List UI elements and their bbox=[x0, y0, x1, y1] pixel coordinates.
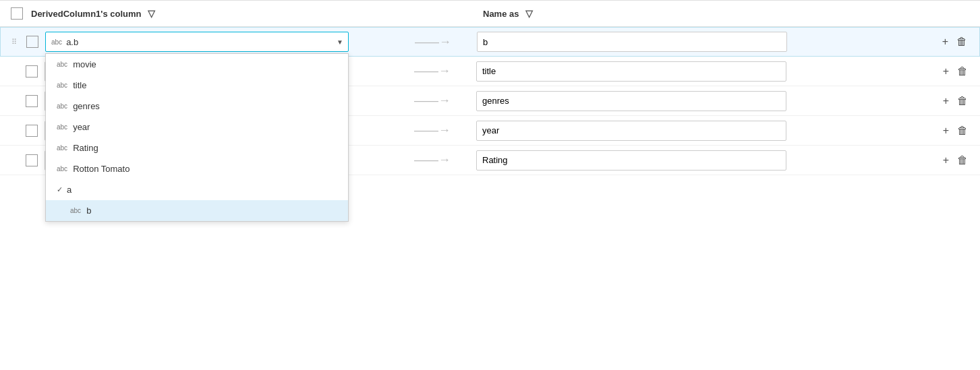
delete-button[interactable]: 🗑 bbox=[955, 34, 969, 49]
table-header: DerivedColumn1's column ▽ Name as ▽ bbox=[0, 0, 980, 27]
col2-filter-icon[interactable]: ▽ bbox=[525, 8, 533, 19]
dropdown-item-genres[interactable]: abc genres bbox=[46, 96, 348, 117]
arrow-cell: ——→ bbox=[388, 123, 476, 137]
chevron-icon: ✓ bbox=[57, 185, 63, 194]
actions-cell: + 🗑 bbox=[942, 64, 969, 79]
actions-cell: + 🗑 bbox=[941, 34, 969, 49]
header-checkbox[interactable] bbox=[11, 7, 23, 20]
col1-cell: abc a.b ▼ abc movie abc title bbox=[45, 32, 389, 52]
row-checkbox[interactable] bbox=[26, 65, 38, 78]
dropdown-group-a[interactable]: ✓ a bbox=[46, 179, 348, 200]
arrow-line: ——→ bbox=[414, 94, 451, 108]
dropdown-selected[interactable]: abc a.b ▼ bbox=[45, 32, 349, 52]
dropdown-item-b[interactable]: abc b bbox=[46, 200, 348, 221]
dropdown-wrapper: abc a.b ▼ abc movie abc title bbox=[45, 32, 349, 52]
name-as-input[interactable] bbox=[476, 150, 786, 171]
arrow-cell: ——→ bbox=[388, 64, 476, 78]
actions-cell: + 🗑 bbox=[942, 94, 969, 109]
delete-button[interactable]: 🗑 bbox=[956, 153, 969, 168]
col2-header: Name as ▽ bbox=[483, 8, 969, 19]
col1-filter-icon[interactable]: ▽ bbox=[148, 8, 155, 19]
actions-cell: + 🗑 bbox=[942, 123, 969, 138]
arrow-cell: ——→ bbox=[388, 94, 476, 108]
name-as-cell bbox=[476, 61, 933, 82]
row-checkbox[interactable] bbox=[26, 36, 38, 48]
abc-badge: abc bbox=[51, 38, 62, 46]
name-as-cell bbox=[476, 91, 933, 111]
actions-cell: + 🗑 bbox=[942, 153, 969, 168]
col1-header-label: DerivedColumn1's column bbox=[31, 9, 141, 19]
add-button[interactable]: + bbox=[942, 94, 950, 109]
name-as-input[interactable] bbox=[476, 121, 786, 141]
dropdown-item-movie[interactable]: abc movie bbox=[46, 54, 348, 75]
dropdown-item-title[interactable]: abc title bbox=[46, 75, 348, 96]
add-button[interactable]: + bbox=[942, 64, 950, 79]
name-as-cell bbox=[476, 150, 933, 171]
arrow-line: ——→ bbox=[414, 64, 451, 78]
dropdown-menu: abc movie abc title abc genres abc bbox=[45, 53, 349, 222]
rows-area: ⠿ abc a.b ▼ abc movie bbox=[0, 27, 980, 175]
drag-handle[interactable]: ⠿ bbox=[11, 38, 22, 47]
name-as-input[interactable] bbox=[476, 91, 786, 111]
dropdown-value: a.b bbox=[66, 37, 78, 47]
main-container: DerivedColumn1's column ▽ Name as ▽ ⠿ ab… bbox=[0, 0, 980, 370]
name-as-input[interactable] bbox=[477, 32, 787, 52]
add-button[interactable]: + bbox=[942, 153, 950, 168]
delete-button[interactable]: 🗑 bbox=[956, 64, 969, 79]
name-as-input[interactable] bbox=[476, 61, 786, 82]
dropdown-arrow-icon: ▼ bbox=[337, 38, 343, 46]
name-as-cell bbox=[477, 32, 933, 52]
col2-header-label: Name as bbox=[483, 9, 519, 19]
arrow-line: ——→ bbox=[414, 153, 451, 167]
arrow-line: ——→ bbox=[414, 123, 451, 137]
row-checkbox[interactable] bbox=[26, 125, 38, 137]
add-button[interactable]: + bbox=[941, 34, 950, 49]
arrow-line: ——→ bbox=[415, 35, 451, 49]
dropdown-item-rating[interactable]: abc Rating bbox=[46, 137, 348, 158]
row-checkbox[interactable] bbox=[26, 95, 38, 107]
row-checkbox[interactable] bbox=[26, 154, 38, 166]
delete-button[interactable]: 🗑 bbox=[956, 94, 969, 109]
arrow-cell: ——→ bbox=[388, 153, 476, 167]
arrow-cell: ——→ bbox=[389, 35, 477, 49]
col1-header: DerivedColumn1's column ▽ bbox=[31, 8, 395, 19]
dropdown-item-rotton-tomato[interactable]: abc Rotton Tomato bbox=[46, 158, 348, 179]
delete-button[interactable]: 🗑 bbox=[956, 123, 969, 138]
name-as-cell bbox=[476, 121, 933, 141]
table-row: ⠿ abc a.b ▼ abc movie bbox=[0, 27, 980, 57]
dropdown-item-year[interactable]: abc year bbox=[46, 117, 348, 137]
add-button[interactable]: + bbox=[942, 123, 950, 138]
